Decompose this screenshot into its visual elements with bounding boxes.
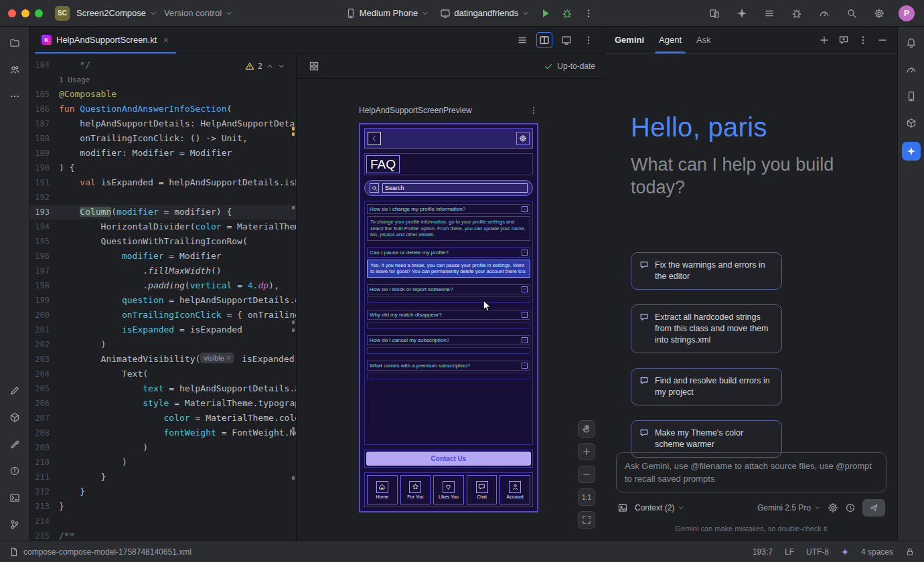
conversations-button[interactable]	[838, 35, 849, 45]
maximize-window-button[interactable]	[35, 9, 43, 17]
code-line[interactable]: 200 onTrailingIconClick = { onTrailingIc…	[29, 308, 296, 322]
code-line[interactable]: 193 Column(modifier = modifier) {	[29, 205, 296, 219]
inspections-widget[interactable]: 2	[245, 59, 285, 74]
code-line[interactable]: 199 question = helpAndSupportDetails.que…	[29, 293, 296, 308]
tab-ask[interactable]: Ask	[696, 27, 711, 54]
send-button[interactable]	[862, 499, 885, 517]
hide-panel-button[interactable]	[877, 35, 888, 45]
suggestion-card[interactable]: Find and resolve build errors in my proj…	[631, 368, 782, 405]
code-line[interactable]: 214	[29, 514, 296, 529]
editor-tab[interactable]: K HelpAndSupportScreen.kt	[35, 27, 176, 53]
code-line[interactable]: 197 .fillMaxWidth()	[29, 264, 296, 278]
faq-question-row[interactable]: What comes with a premium subscription?	[367, 361, 530, 371]
resource-manager-button[interactable]	[7, 383, 23, 399]
scrollbar-error-stripe[interactable]	[292, 54, 295, 541]
project-tool-button[interactable]	[7, 35, 23, 51]
device-manager-button[interactable]	[903, 88, 919, 104]
expand-icon[interactable]	[522, 286, 528, 292]
nav-item-account[interactable]: Account	[499, 475, 530, 504]
problems-button[interactable]	[7, 463, 23, 479]
project-selector[interactable]: Screen2Compose	[76, 8, 157, 18]
code-line[interactable]: 190) {	[29, 161, 296, 175]
profiler-tool-button[interactable]	[903, 62, 919, 78]
layout-inspector-button[interactable]	[903, 115, 919, 131]
line-separator[interactable]: LF	[785, 547, 794, 557]
expand-icon[interactable]	[522, 250, 528, 256]
contact-us-button[interactable]: Contact Us	[366, 452, 531, 466]
code-line[interactable]: 196 modifier = Modifier	[29, 249, 296, 264]
attach-file-button[interactable]	[617, 502, 628, 513]
suggestion-card[interactable]: Extract all hardcoded strings from this …	[631, 304, 782, 353]
model-selector[interactable]: Gemini 2.5 Pro	[757, 503, 821, 512]
faq-question-row[interactable]: How do I cancel my subscription?	[367, 335, 530, 345]
suggestion-card[interactable]: Fix the warnings and errors in the edito…	[631, 252, 782, 290]
pan-button[interactable]	[578, 420, 595, 438]
run-configuration-selector[interactable]: datingandfriends	[440, 8, 530, 19]
code-line[interactable]: 210 )	[29, 455, 296, 470]
device-mirroring-button[interactable]	[706, 5, 722, 21]
settings-button[interactable]	[516, 132, 530, 145]
code-line[interactable]: 185@Composable	[29, 87, 296, 102]
code-line[interactable]: 204 Text(	[29, 367, 296, 381]
run-button[interactable]	[540, 8, 551, 19]
code-line[interactable]: 208 fontWeight = FontWeight.Normal	[29, 426, 296, 440]
more-tools-button[interactable]	[7, 88, 23, 104]
code-line[interactable]: 201 isExpanded = isExpanded	[29, 322, 296, 337]
code-line[interactable]: 215/**	[29, 529, 296, 541]
code-line[interactable]: 213}	[29, 499, 296, 514]
compose-preview-canvas[interactable]: HelpAndSupportScreenPreview FAQ	[297, 79, 605, 541]
debug-button[interactable]	[562, 8, 572, 19]
terminal-button[interactable]	[7, 490, 23, 506]
preview-layout-button[interactable]	[306, 58, 322, 74]
indent-style[interactable]: 4 spaces	[861, 547, 893, 557]
nav-item-home[interactable]: Home	[367, 475, 398, 504]
code-view-button[interactable]	[514, 32, 530, 48]
status-file[interactable]: compose-compose-model-1758748140651.xml	[9, 547, 191, 557]
preview-options-button[interactable]	[529, 106, 538, 115]
version-control-menu[interactable]: Version control	[164, 8, 233, 18]
close-window-button[interactable]	[8, 9, 16, 17]
expand-icon[interactable]	[522, 363, 528, 369]
prompt-history-button[interactable]	[845, 502, 856, 513]
app-insights-button[interactable]	[789, 5, 805, 21]
gemini-prompt-input[interactable]: Ask Gemini, use @filename to attach sour…	[616, 452, 887, 492]
readonly-lock-icon[interactable]	[905, 547, 915, 557]
code-line[interactable]: 205 text = helpAndSupportDetails.answer,	[29, 381, 296, 396]
code-line[interactable]: 212 }	[29, 484, 296, 499]
zoom-to-fit-button[interactable]	[578, 511, 595, 529]
nav-item-for-you[interactable]: For You	[400, 475, 431, 504]
version-control-button[interactable]	[7, 517, 23, 533]
phone-preview[interactable]: FAQ Search How do I change my profile in…	[359, 123, 538, 512]
gemini-settings-button[interactable]	[828, 502, 838, 513]
context-selector[interactable]: Context (2)	[635, 503, 684, 512]
prev-problem-icon[interactable]	[266, 62, 274, 70]
zoom-out-button[interactable]	[578, 466, 595, 483]
code-line[interactable]: 195 QuestionWithTrailingIconRow(	[29, 234, 296, 249]
code-line[interactable]: 188 onTrailingIconClick: () -> Unit,	[29, 131, 296, 146]
build-variants-button[interactable]	[7, 409, 23, 426]
editor-options-button[interactable]	[581, 32, 597, 48]
expand-icon[interactable]	[522, 337, 528, 343]
profiler-button[interactable]	[816, 5, 832, 21]
search-input[interactable]: Search	[382, 183, 528, 193]
code-line[interactable]: 209 )	[29, 440, 296, 455]
code-line[interactable]: 203 AnimatedVisibility(visible = isExpan…	[29, 352, 296, 367]
k2-mode-icon[interactable]	[841, 548, 849, 556]
design-view-button[interactable]	[558, 32, 574, 48]
code-line[interactable]: 198 .padding(vertical = 4.dp),	[29, 278, 296, 293]
caret-position[interactable]: 193:7	[753, 547, 773, 557]
code-line[interactable]: 186fun QuestionAndAnswerInfoSection(	[29, 102, 296, 116]
settings-button[interactable]	[871, 5, 887, 21]
more-run-options-button[interactable]	[583, 8, 594, 19]
zoom-actual-size-button[interactable]: 1:1	[578, 488, 595, 506]
ai-actions-button[interactable]	[734, 5, 750, 21]
notifications-button[interactable]	[903, 35, 919, 51]
code-line[interactable]: 187 helpAndSupportDetails: HelpAndSuppor…	[29, 116, 296, 131]
file-encoding[interactable]: UTF-8	[806, 547, 829, 557]
more-options-button[interactable]	[858, 35, 868, 45]
code-editor[interactable]: 184 */1 Usage185@Composable186fun Questi…	[29, 54, 297, 541]
expand-icon[interactable]	[522, 206, 528, 212]
faq-question-row[interactable]: Why did my match disappear?	[367, 310, 530, 320]
minimize-window-button[interactable]	[21, 9, 29, 17]
structure-tool-button[interactable]	[7, 62, 23, 78]
